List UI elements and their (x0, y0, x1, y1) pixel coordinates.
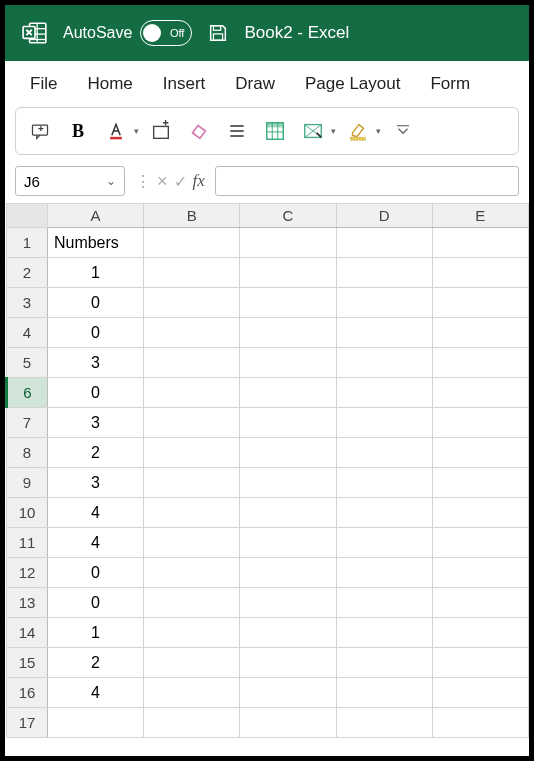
cell[interactable] (240, 318, 336, 348)
col-header-c[interactable]: C (240, 204, 336, 228)
cell[interactable] (240, 558, 336, 588)
cell[interactable] (144, 708, 240, 738)
cell[interactable] (432, 558, 528, 588)
cell-style-button[interactable]: ▾ (297, 115, 336, 147)
cell[interactable] (240, 498, 336, 528)
cell[interactable] (336, 528, 432, 558)
row-header[interactable]: 11 (7, 528, 48, 558)
cell[interactable] (432, 258, 528, 288)
row-header[interactable]: 5 (7, 348, 48, 378)
cell[interactable] (432, 318, 528, 348)
cell[interactable] (336, 228, 432, 258)
cell[interactable] (240, 528, 336, 558)
cell[interactable] (240, 288, 336, 318)
cell[interactable] (336, 588, 432, 618)
cell[interactable] (47, 708, 143, 738)
cell[interactable] (336, 378, 432, 408)
cell[interactable]: 0 (47, 378, 143, 408)
cell[interactable] (336, 558, 432, 588)
row-header[interactable]: 17 (7, 708, 48, 738)
save-button[interactable] (206, 21, 230, 45)
cell[interactable]: 0 (47, 588, 143, 618)
cell[interactable]: 4 (47, 528, 143, 558)
row-header[interactable]: 12 (7, 558, 48, 588)
cell[interactable] (432, 408, 528, 438)
highlight-button[interactable]: ▾ (342, 115, 381, 147)
cell[interactable] (144, 558, 240, 588)
cell[interactable]: Numbers (47, 228, 143, 258)
menu-home[interactable]: Home (72, 64, 147, 104)
cell[interactable] (144, 678, 240, 708)
cell[interactable] (144, 348, 240, 378)
name-box[interactable]: J6 ⌄ (15, 166, 125, 196)
row-header[interactable]: 13 (7, 588, 48, 618)
menu-formulas[interactable]: Form (415, 64, 485, 104)
cell[interactable]: 4 (47, 678, 143, 708)
cell[interactable] (240, 348, 336, 378)
row-header[interactable]: 15 (7, 648, 48, 678)
fx-label[interactable]: fx (193, 171, 205, 191)
cell[interactable] (144, 318, 240, 348)
cell[interactable] (144, 438, 240, 468)
cell[interactable] (240, 678, 336, 708)
autosave-toggle[interactable]: Off (140, 20, 192, 46)
select-all-corner[interactable] (7, 204, 48, 228)
cancel-icon[interactable]: × (157, 171, 168, 192)
row-header[interactable]: 8 (7, 438, 48, 468)
cell[interactable] (144, 648, 240, 678)
ribbon-overflow-button[interactable] (387, 115, 419, 147)
cell[interactable] (240, 438, 336, 468)
cell[interactable] (432, 648, 528, 678)
cell[interactable] (336, 618, 432, 648)
cell[interactable] (144, 498, 240, 528)
cell[interactable]: 3 (47, 348, 143, 378)
cell[interactable] (240, 648, 336, 678)
enter-icon[interactable]: ✓ (174, 172, 187, 191)
row-header[interactable]: 9 (7, 468, 48, 498)
cell[interactable] (336, 708, 432, 738)
cell[interactable]: 0 (47, 318, 143, 348)
cell[interactable] (144, 618, 240, 648)
cell[interactable] (432, 288, 528, 318)
col-header-d[interactable]: D (336, 204, 432, 228)
cell[interactable] (336, 468, 432, 498)
font-color-button[interactable]: ▾ (100, 115, 139, 147)
row-header[interactable]: 14 (7, 618, 48, 648)
row-header[interactable]: 3 (7, 288, 48, 318)
autosave-toggle-group[interactable]: AutoSave Off (63, 20, 192, 46)
cell[interactable] (144, 408, 240, 438)
cell[interactable] (336, 678, 432, 708)
cell[interactable]: 1 (47, 258, 143, 288)
insert-cell-button[interactable] (145, 115, 177, 147)
menu-draw[interactable]: Draw (220, 64, 290, 104)
row-header[interactable]: 7 (7, 408, 48, 438)
cell[interactable] (336, 318, 432, 348)
cell[interactable] (240, 708, 336, 738)
cell[interactable] (336, 288, 432, 318)
cell[interactable] (144, 468, 240, 498)
chevron-down-icon[interactable]: ⌄ (106, 174, 116, 188)
cell[interactable] (432, 468, 528, 498)
cell[interactable]: 1 (47, 618, 143, 648)
row-header[interactable]: 16 (7, 678, 48, 708)
row-header[interactable]: 10 (7, 498, 48, 528)
cell[interactable]: 4 (47, 498, 143, 528)
cell[interactable] (432, 228, 528, 258)
cell[interactable]: 0 (47, 558, 143, 588)
cell[interactable] (432, 678, 528, 708)
cell[interactable] (336, 648, 432, 678)
cell[interactable] (336, 348, 432, 378)
cell[interactable] (144, 528, 240, 558)
table-style-button[interactable] (259, 115, 291, 147)
cell[interactable] (432, 528, 528, 558)
cell[interactable] (432, 618, 528, 648)
cell[interactable]: 3 (47, 468, 143, 498)
spreadsheet-grid[interactable]: A B C D E 1Numbers2130405360738293104114… (5, 203, 529, 756)
cell[interactable] (240, 618, 336, 648)
cell[interactable]: 0 (47, 288, 143, 318)
cell[interactable]: 3 (47, 408, 143, 438)
formula-input[interactable] (215, 166, 519, 196)
row-header[interactable]: 2 (7, 258, 48, 288)
cell[interactable]: 2 (47, 648, 143, 678)
cell[interactable] (240, 468, 336, 498)
